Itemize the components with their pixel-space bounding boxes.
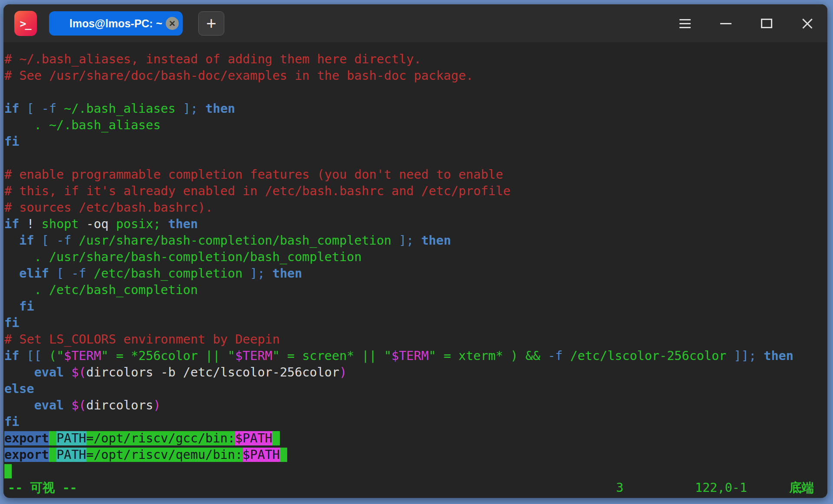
code-segment: export [4,431,49,445]
code-segment [4,365,34,380]
code-line: if [[ ("$TERM" = *256color || "$TERM" = … [4,348,827,364]
code-segment: PATH [56,448,86,462]
code-segment: " = *256color || " [101,349,235,363]
code-segment [64,365,71,380]
code-segment: then [272,266,302,281]
window-controls [676,15,816,32]
code-segment: -f [548,349,570,363]
code-segment [280,448,287,462]
menu-button[interactable] [676,15,694,32]
code-segment: [ -f [49,266,94,281]
maximize-icon [761,19,772,28]
code-line: fi [4,414,827,430]
code-segment: # this, if it's already enabled in /etc/… [4,184,511,198]
close-window-button[interactable] [799,15,816,32]
tab-close-button[interactable]: ✕ [166,17,179,30]
code-segment: " = xterm* ) && [429,349,548,363]
code-line: export PATH=/opt/riscv/gcc/bin:$PATH [4,430,827,447]
code-segment: . ~/.bash_aliases [4,118,161,132]
code-segment: else [4,382,34,396]
tab-active[interactable]: lmos@lmos-PC: ~ ✕ [49,11,183,36]
code-segment: then [764,349,794,363]
code-segment: $TERM [235,349,272,363]
minimize-button[interactable] [717,15,735,32]
code-line [4,84,827,101]
plus-icon: + [206,15,216,32]
code-line: . /etc/bash_completion [4,282,827,298]
code-segment: ]; [176,101,206,116]
code-line: if [ -f ~/.bash_aliases ]; then [4,101,827,117]
code-line: fi [4,298,827,315]
code-line: # enable programmable completion feature… [4,167,827,183]
code-segment: # sources /etc/bash.bashrc). [4,200,213,215]
code-segment [49,431,56,445]
code-line: # this, if it's already enabled in /etc/… [4,183,827,200]
code-line: # Set LS_COLORS environment by Deepin [4,331,827,348]
code-segment [49,448,56,462]
code-line: . /usr/share/bash-completion/bash_comple… [4,249,827,265]
close-icon: ✕ [169,20,176,28]
code-segment: # ~/.bash_aliases, instead of adding the… [4,52,421,66]
code-line: else [4,381,827,397]
code-segment: $( [71,365,86,380]
vim-statusbar: -- 可视 -- 3 122,0-1 底端 [4,480,827,496]
code-line [4,150,827,167]
code-segment: then [168,217,198,231]
code-segment: $TERM [64,349,101,363]
code-segment: fi [4,316,19,330]
code-line: eval $(dircolors) [4,397,827,414]
code-segment: /etc/lscolor-256color [570,349,726,363]
code-segment: dircolors -b /etc/lscolor-256color [86,365,339,380]
code-line: if ! shopt -oq posix; then [4,216,827,232]
terminal-window: >_ lmos@lmos-PC: ~ ✕ + # ~/. [3,4,827,498]
minimize-icon [720,23,731,24]
code-segment: then [421,233,451,248]
code-segment: eval [34,398,64,412]
code-segment: [ -f [19,101,64,116]
code-segment: dircolors [86,398,153,412]
code-segment [4,266,19,281]
code-segment: =/opt/riscv/gcc/bin: [86,431,235,445]
vim-scroll-position: 底端 [789,480,814,496]
new-tab-button[interactable]: + [198,11,224,36]
code-segment: . /etc/bash_completion [4,283,198,297]
code-segment: -oq [79,217,116,231]
code-segment: [ -f [34,233,79,248]
code-segment: ) [339,365,347,380]
code-segment: if [19,233,34,248]
code-segment: $PATH [235,431,272,445]
code-segment: # Set LS_COLORS environment by Deepin [4,332,280,347]
code-segment: # See /usr/share/doc/bash-doc/examples i… [4,69,473,83]
code-segment: /usr/share/bash-completion/bash_completi… [79,233,392,248]
code-segment: export [4,448,49,462]
code-line: . ~/.bash_aliases [4,117,827,134]
code-segment: elif [19,266,49,281]
code-segment: ~/.bash_aliases [64,101,175,116]
code-segment: [[ [19,349,49,363]
code-segment: /etc/bash_completion [94,266,243,281]
code-segment: if [4,101,19,116]
code-line [4,463,827,480]
code-segment: # enable programmable completion feature… [4,167,503,182]
code-segment: $TERM [391,349,429,363]
code-segment: $PATH [243,448,280,462]
code-segment: ) [153,398,161,412]
code-line: # ~/.bash_aliases, instead of adding the… [4,51,827,68]
code-segment [272,431,280,445]
desktop: { "colors": { "frame": "#6b8fc6", "windo… [0,0,833,504]
code-segment: (" [49,349,64,363]
code-line: export PATH=/opt/riscv/qemu/bin:$PATH [4,447,827,463]
code-segment: ]; [391,233,421,248]
code-segment [4,299,19,314]
code-segment: eval [34,365,64,380]
code-line: eval $(dircolors -b /etc/lscolor-256colo… [4,364,827,381]
code-segment: shopt [42,217,79,231]
code-line: fi [4,315,827,331]
vim-visual-count: 3 [616,480,623,496]
maximize-button[interactable] [758,15,775,32]
code-line: if [ -f /usr/share/bash-completion/bash_… [4,232,827,249]
code-segment: then [205,101,235,116]
vim-ruler: 122,0-1 [695,480,747,496]
terminal-content[interactable]: # ~/.bash_aliases, instead of adding the… [4,51,827,480]
terminal-app-icon-glyph: >_ [21,17,30,30]
